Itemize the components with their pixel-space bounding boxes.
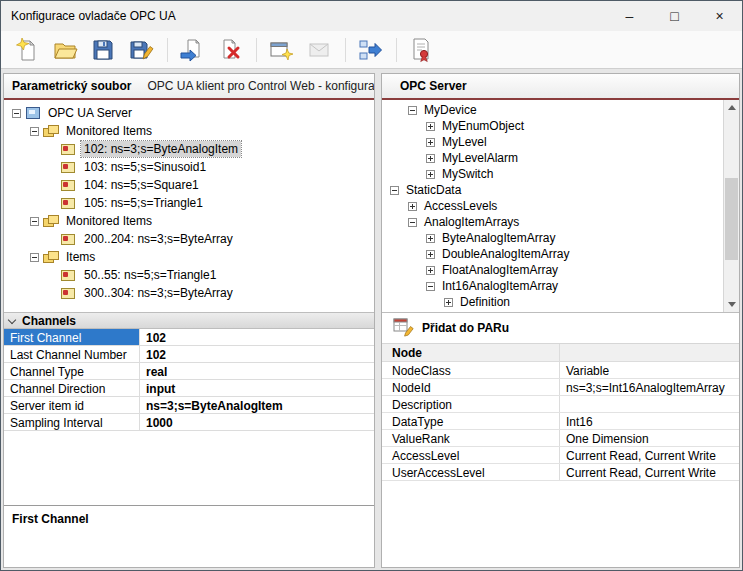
tree-item-int16analogitemarray[interactable]: Int16AnalogItemArray	[382, 278, 722, 294]
tree-item-channel-103[interactable]: 103: ns=5;s=Sinusoid1	[4, 158, 374, 176]
tree-item-mylevel[interactable]: MyLevel	[382, 134, 722, 150]
parametric-tree: OPC UA Server Monitored Items 102: ns=3;…	[4, 100, 374, 312]
save-button[interactable]	[85, 34, 121, 66]
title-bar: Konfigurace ovladače OPC UA – □ ×	[1, 1, 742, 31]
expand-plus-icon[interactable]	[426, 122, 435, 131]
opc-server-tree: MyDevice MyEnumObject MyLevel MyLevelAla…	[382, 100, 739, 312]
property-description-title: First Channel	[12, 512, 89, 526]
channel-item-icon	[61, 268, 77, 282]
left-panel-header: Parametrický soubor OPC UA klient pro Co…	[4, 74, 374, 100]
property-row-last-channel-number[interactable]: Last Channel Number 102	[4, 346, 374, 363]
toolbar	[1, 31, 742, 69]
node-row-description[interactable]: Description	[382, 396, 739, 413]
tree-item-doubleanalogitemarray[interactable]: DoubleAnalogItemArray	[382, 246, 722, 262]
expand-plus-icon[interactable]	[444, 298, 453, 307]
tree-item-myenumobject[interactable]: MyEnumObject	[382, 118, 722, 134]
tree-item-channel-200-204[interactable]: 200..204: ns=3;s=ByteArray	[4, 230, 374, 248]
new-window-button[interactable]	[263, 34, 299, 66]
delete-button[interactable]	[212, 34, 248, 66]
opc-server-panel: OPC Server MyDevice MyEnumObject MyLevel	[381, 73, 740, 568]
channel-item-icon	[61, 160, 77, 174]
tree-item-channel-300-304[interactable]: 300..304: ns=3;s=ByteArray	[4, 284, 374, 302]
expand-plus-icon[interactable]	[426, 234, 435, 243]
certificate-button[interactable]	[403, 34, 439, 66]
toolbar-separator	[396, 38, 397, 62]
tree-item-byteanalogitemarray[interactable]: ByteAnalogItemArray	[382, 230, 722, 246]
tree-item-myswitch[interactable]: MySwitch	[382, 166, 722, 182]
server-icon	[25, 106, 41, 120]
expand-plus-icon[interactable]	[426, 138, 435, 147]
expand-minus-icon[interactable]	[408, 106, 417, 115]
node-table-header-value	[560, 344, 739, 361]
expand-minus-icon[interactable]	[30, 127, 39, 136]
expand-minus-icon[interactable]	[30, 253, 39, 262]
toolbar-separator	[256, 38, 257, 62]
tree-item-floatanalogitemarray[interactable]: FloatAnalogItemArray	[382, 262, 722, 278]
node-row-datatype[interactable]: DataType Int16	[382, 413, 739, 430]
property-row-channel-direction[interactable]: Channel Direction input	[4, 380, 374, 397]
mail-button	[301, 34, 337, 66]
tree-item-monitored-items-1[interactable]: Monitored Items	[4, 122, 374, 140]
node-row-useraccesslevel[interactable]: UserAccessLevel Current Read, Current Wr…	[382, 464, 739, 481]
collapse-chevron-icon[interactable]	[8, 316, 16, 324]
right-panel-filler	[382, 481, 739, 567]
transfer-button[interactable]	[352, 34, 388, 66]
tree-item-channel-105[interactable]: 105: ns=5;s=Triangle1	[4, 194, 374, 212]
import-button[interactable]	[174, 34, 210, 66]
expand-minus-icon[interactable]	[426, 282, 435, 291]
channel-item-icon	[61, 142, 77, 156]
new-file-button[interactable]	[9, 34, 45, 66]
scroll-down-arrow-icon[interactable]	[724, 296, 739, 312]
property-row-channel-type[interactable]: Channel Type real	[4, 363, 374, 380]
add-to-par-button[interactable]: Přidat do PARu	[382, 312, 739, 344]
tree-item-items[interactable]: Items	[4, 248, 374, 266]
property-description-panel: First Channel	[4, 505, 374, 567]
node-row-accesslevel[interactable]: AccessLevel Current Read, Current Write	[382, 447, 739, 464]
tree-item-analogitemarrays[interactable]: AnalogItemArrays	[382, 214, 722, 230]
node-row-nodeclass[interactable]: NodeClass Variable	[382, 362, 739, 379]
tree-item-monitored-items-2[interactable]: Monitored Items	[4, 212, 374, 230]
tree-item-channel-102[interactable]: 102: ns=3;s=ByteAnalogItem	[4, 140, 374, 158]
expand-minus-icon[interactable]	[390, 186, 399, 195]
vertical-scrollbar[interactable]	[723, 100, 739, 312]
expand-minus-icon[interactable]	[30, 217, 39, 226]
tree-item-channel-50-55[interactable]: 50..55: ns=5;s=Triangle1	[4, 266, 374, 284]
tree-item-definition[interactable]: Definition	[382, 294, 722, 310]
save-as-icon	[128, 37, 154, 63]
property-row-sampling-interval[interactable]: Sampling Interval 1000	[4, 414, 374, 431]
scrollbar-thumb[interactable]	[725, 178, 738, 260]
expand-minus-icon[interactable]	[12, 109, 21, 118]
maximize-button[interactable]: □	[652, 1, 697, 31]
node-row-nodeid[interactable]: NodeId ns=3;s=Int16AnalogItemArray	[382, 379, 739, 396]
expand-plus-icon[interactable]	[426, 250, 435, 259]
folders-icon	[43, 250, 59, 264]
property-row-first-channel[interactable]: First Channel 102	[4, 329, 374, 346]
left-panel-title: Parametrický soubor	[12, 79, 131, 93]
scroll-up-arrow-icon[interactable]	[724, 100, 739, 116]
channels-section-header[interactable]: Channels	[4, 312, 374, 329]
expand-plus-icon[interactable]	[426, 266, 435, 275]
expand-minus-icon[interactable]	[408, 218, 417, 227]
mail-icon	[306, 37, 332, 63]
channel-item-icon	[61, 178, 77, 192]
tree-item-channel-104[interactable]: 104: ns=5;s=Square1	[4, 176, 374, 194]
minimize-button[interactable]: –	[607, 1, 652, 31]
property-row-server-item-id[interactable]: Server item id ns=3;s=ByteAnalogItem	[4, 397, 374, 414]
tree-item-accesslevels[interactable]: AccessLevels	[382, 198, 722, 214]
left-panel-filler	[4, 431, 374, 505]
save-as-button[interactable]	[123, 34, 159, 66]
open-file-button[interactable]	[47, 34, 83, 66]
node-row-valuerank[interactable]: ValueRank One Dimension	[382, 430, 739, 447]
expand-plus-icon[interactable]	[426, 154, 435, 163]
channel-item-icon	[61, 232, 77, 246]
tree-item-staticdata[interactable]: StaticData	[382, 182, 722, 198]
tree-item-mylevelalarm[interactable]: MyLevelAlarm	[382, 150, 722, 166]
expand-plus-icon[interactable]	[426, 170, 435, 179]
tree-item-mydevice[interactable]: MyDevice	[382, 102, 722, 118]
expand-plus-icon[interactable]	[408, 202, 417, 211]
open-folder-icon	[52, 37, 78, 63]
node-property-grid: Node NodeClass Variable NodeId ns=3;s=In…	[382, 344, 739, 481]
close-button[interactable]: ×	[697, 1, 742, 31]
main-area: Parametrický soubor OPC UA klient pro Co…	[1, 69, 742, 570]
tree-item-opc-ua-server[interactable]: OPC UA Server	[4, 104, 374, 122]
